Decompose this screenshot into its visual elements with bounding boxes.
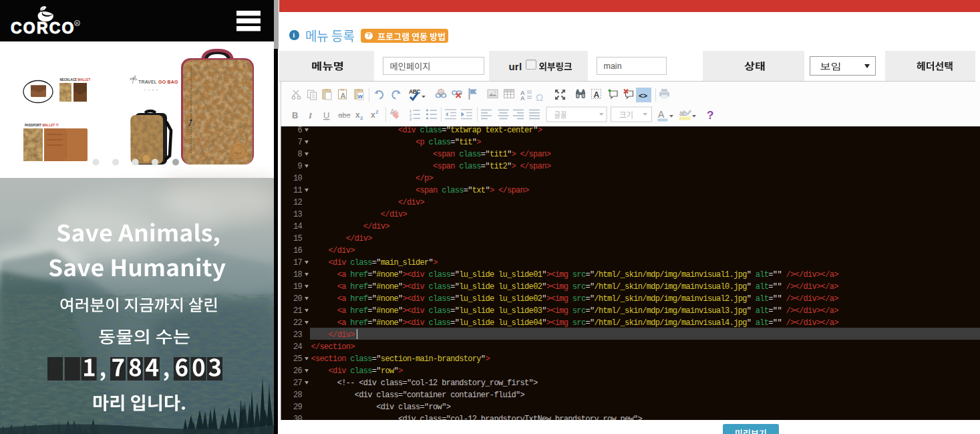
svg-text:x: x: [371, 110, 375, 120]
svg-text:A: A: [658, 109, 665, 120]
svg-text:A: A: [390, 108, 395, 116]
svg-text:?: ?: [707, 109, 713, 122]
svg-text:W: W: [358, 94, 363, 100]
svg-text:B: B: [292, 110, 298, 120]
svg-text:U: U: [323, 110, 329, 120]
svg-text:2: 2: [360, 115, 363, 121]
svg-text:CORCO: CORCO: [11, 19, 75, 37]
svg-text:2: 2: [375, 109, 379, 115]
svg-text:TRAVEL: TRAVEL: [138, 80, 157, 84]
svg-text:I: I: [308, 110, 313, 120]
svg-text:NECKLACE WALLET: NECKLACE WALLET: [60, 78, 91, 82]
svg-text:PASSPORT WALLET ?!: PASSPORT WALLET ?!: [25, 124, 59, 127]
svg-text:R: R: [75, 21, 79, 25]
svg-text:corco: corco: [234, 151, 242, 154]
svg-text:3: 3: [410, 117, 412, 121]
svg-text:Ω: Ω: [536, 92, 543, 103]
svg-text:ab: ab: [679, 110, 687, 117]
svg-text:A: A: [341, 92, 346, 100]
svg-text:A: A: [594, 90, 600, 100]
svg-text:A: A: [520, 95, 525, 102]
svg-text:<>: <>: [639, 92, 648, 100]
svg-text:x: x: [355, 110, 360, 120]
svg-text:ABC: ABC: [409, 88, 420, 95]
svg-text:C O R K: C O R K: [144, 89, 158, 92]
svg-text:GO BAG: GO BAG: [158, 80, 178, 84]
